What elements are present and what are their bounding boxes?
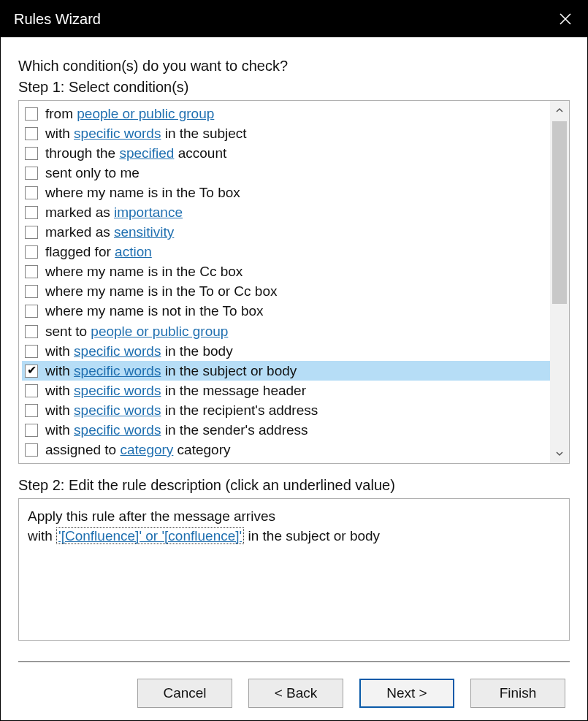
condition-link[interactable]: specific words xyxy=(74,422,161,438)
button-row: Cancel < Back Next > Finish xyxy=(18,663,570,708)
condition-checkbox[interactable] xyxy=(25,107,38,121)
conditions-list[interactable]: from people or public groupwith specific… xyxy=(19,101,550,463)
condition-row[interactable]: where my name is not in the To box xyxy=(22,302,550,321)
condition-row[interactable]: where my name is in the To or Cc box xyxy=(22,282,550,302)
condition-link[interactable]: specified xyxy=(119,145,174,161)
condition-text: assigned to category category xyxy=(45,442,231,458)
condition-link[interactable]: people or public group xyxy=(91,324,228,339)
titlebar: Rules Wizard xyxy=(1,1,587,37)
condition-text-part: in the body xyxy=(161,343,232,359)
condition-checkbox[interactable] xyxy=(25,325,38,338)
rule-description-box: Apply this rule after the message arrive… xyxy=(18,498,570,641)
condition-row[interactable]: with specific words in the subject or bo… xyxy=(22,361,550,381)
condition-text: sent to people or public group xyxy=(45,324,228,340)
condition-text: from people or public group xyxy=(45,106,214,122)
condition-link[interactable]: people or public group xyxy=(77,106,214,121)
condition-text-part: where my name is not in the To box xyxy=(45,303,264,318)
condition-link[interactable]: action xyxy=(115,244,152,259)
condition-checkbox[interactable] xyxy=(25,404,38,417)
next-button[interactable]: Next > xyxy=(359,679,454,708)
condition-link[interactable]: specific words xyxy=(74,403,161,418)
condition-text-part: account xyxy=(174,145,226,161)
condition-row[interactable]: with specific words in the recipient's a… xyxy=(22,400,550,420)
condition-checkbox[interactable] xyxy=(25,206,38,219)
condition-text-part: with xyxy=(45,403,74,418)
condition-row[interactable]: sent to people or public group xyxy=(22,321,550,341)
condition-row[interactable]: flagged for action xyxy=(22,243,550,262)
condition-checkbox[interactable] xyxy=(25,127,38,140)
condition-row[interactable]: through the specified account xyxy=(22,143,550,163)
condition-checkbox[interactable] xyxy=(25,424,38,437)
condition-checkbox[interactable] xyxy=(25,265,38,278)
condition-row[interactable]: from people or public group xyxy=(22,104,550,123)
condition-text-part: through the xyxy=(45,145,119,161)
condition-text: with specific words in the message heade… xyxy=(45,383,306,399)
condition-checkbox[interactable] xyxy=(25,167,38,180)
condition-text: flagged for action xyxy=(45,244,152,260)
condition-row[interactable]: with specific words in the body xyxy=(22,341,550,361)
condition-text-part: in the message header xyxy=(161,383,306,398)
condition-row[interactable]: sent only to me xyxy=(22,163,550,183)
condition-row[interactable]: with specific words in the sender's addr… xyxy=(22,421,550,440)
condition-text: where my name is in the To or Cc box xyxy=(45,283,278,300)
condition-link[interactable]: category xyxy=(120,442,173,457)
condition-text-part: with xyxy=(45,422,74,438)
condition-text-part: sent only to me xyxy=(45,165,140,180)
condition-checkbox[interactable] xyxy=(25,384,38,397)
wizard-prompt: Which condition(s) do you want to check? xyxy=(18,58,570,75)
condition-text-part: from xyxy=(45,106,77,121)
condition-checkbox[interactable] xyxy=(25,285,38,298)
condition-checkbox[interactable] xyxy=(25,226,38,239)
condition-checkbox[interactable] xyxy=(25,147,38,160)
step1-label: Step 1: Select condition(s) xyxy=(18,79,570,96)
scroll-up-button[interactable] xyxy=(550,101,569,120)
condition-text: through the specified account xyxy=(45,145,226,161)
finish-button[interactable]: Finish xyxy=(470,679,565,708)
description-line-1: Apply this rule after the message arrive… xyxy=(28,506,560,526)
conditions-listbox: from people or public groupwith specific… xyxy=(18,100,570,464)
condition-row[interactable]: assigned to category category xyxy=(22,440,550,460)
condition-link[interactable]: specific words xyxy=(74,126,161,141)
condition-text: marked as importance xyxy=(45,205,183,221)
cancel-button[interactable]: Cancel xyxy=(137,679,232,708)
condition-text: with specific words in the sender's addr… xyxy=(45,422,308,438)
vertical-scrollbar[interactable] xyxy=(550,101,569,463)
condition-link[interactable]: specific words xyxy=(74,363,161,378)
description-specific-words-value[interactable]: '[Confluence]' or '[confluence]' xyxy=(56,527,244,544)
condition-link[interactable]: importance xyxy=(114,205,183,220)
condition-text-part: assigned to xyxy=(45,442,120,457)
condition-link[interactable]: specific words xyxy=(74,343,161,359)
condition-text-part: with xyxy=(45,343,74,359)
condition-checkbox[interactable] xyxy=(25,305,38,318)
wizard-content: Which condition(s) do you want to check?… xyxy=(1,37,587,720)
condition-checkbox[interactable] xyxy=(25,443,38,457)
condition-text-part: where my name is in the To or Cc box xyxy=(45,283,278,299)
condition-row[interactable]: with specific words in the message heade… xyxy=(22,381,550,400)
close-button[interactable] xyxy=(552,6,579,32)
condition-checkbox[interactable] xyxy=(25,245,38,259)
condition-text: with specific words in the recipient's a… xyxy=(45,403,318,419)
condition-text-part: where my name is in the Cc box xyxy=(45,264,243,279)
condition-text-part: sent to xyxy=(45,324,91,339)
condition-text-part: marked as xyxy=(45,224,114,240)
condition-link[interactable]: specific words xyxy=(74,383,161,398)
chevron-down-icon xyxy=(556,450,563,457)
window-title: Rules Wizard xyxy=(14,11,101,28)
condition-text: with specific words in the subject or bo… xyxy=(45,363,297,379)
scroll-thumb[interactable] xyxy=(552,121,567,304)
condition-text: with specific words in the subject xyxy=(45,126,247,142)
back-button[interactable]: < Back xyxy=(248,679,343,708)
condition-link[interactable]: sensitivity xyxy=(114,224,174,240)
scroll-down-button[interactable] xyxy=(550,444,569,463)
condition-row[interactable]: where my name is in the Cc box xyxy=(22,262,550,282)
condition-text: where my name is in the To box xyxy=(45,185,240,201)
condition-checkbox[interactable] xyxy=(25,365,38,378)
condition-row[interactable]: marked as importance xyxy=(22,202,550,222)
condition-row[interactable]: marked as sensitivity xyxy=(22,223,550,243)
condition-row[interactable]: where my name is in the To box xyxy=(22,183,550,202)
condition-checkbox[interactable] xyxy=(25,186,38,199)
condition-checkbox[interactable] xyxy=(25,345,38,358)
step2-label: Step 2: Edit the rule description (click… xyxy=(18,477,570,494)
condition-text: sent only to me xyxy=(45,165,140,181)
condition-row[interactable]: with specific words in the subject xyxy=(22,123,550,143)
